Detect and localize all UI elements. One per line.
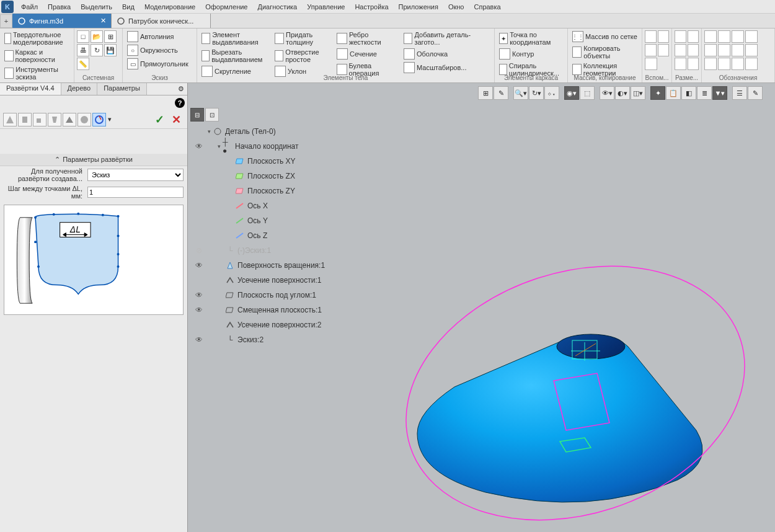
vt-rotate-icon[interactable]: ↻▾ [529,86,544,100]
autoline-button[interactable]: Автолиния [125,30,195,43]
vt-render-icon[interactable]: ◧ [681,86,696,100]
visibility-icon[interactable]: 👁 [193,335,205,344]
vt-shade-icon[interactable]: ◉▾ [564,86,579,100]
sym7-icon[interactable] [732,44,744,56]
tree-sketch2[interactable]: 👁 └ Эскиз:2 [193,332,364,347]
new-doc-icon[interactable]: □ [77,30,89,43]
vt-props-icon[interactable]: ☰ [732,86,747,100]
dim2-icon[interactable] [688,30,699,43]
menu-window[interactable]: Окно [443,1,469,12]
panel-tab-tree[interactable]: Дерево [61,83,98,95]
rectangle-button[interactable]: ▭Прямоугольник [125,57,195,71]
menu-manage[interactable]: Управление [302,1,350,12]
tree-plane-xy[interactable]: Плоскость XY [193,154,364,169]
tree-plane-zx[interactable]: Плоскость ZX [193,169,364,184]
dim1-icon[interactable] [675,30,686,43]
custom-icon[interactable] [92,113,106,126]
redo-icon[interactable]: ↻ [91,44,103,56]
panel-tab-params[interactable]: Параметры [97,83,147,95]
vt-zoom-icon[interactable]: 🔍▾ [513,86,528,100]
aux5-icon[interactable] [645,58,657,70]
gear-icon[interactable]: ⚙ [175,83,187,95]
vt-section-icon[interactable]: ◐▾ [615,86,630,100]
sym6-icon[interactable] [718,44,730,56]
tree-trim1[interactable]: Усечение поверхности:1 [193,273,364,288]
contour-button[interactable]: Контур [497,47,565,61]
aux3-icon[interactable] [645,44,657,56]
tree-plane-offset[interactable]: 👁 Смещенная плоскость:1 [193,303,364,317]
cut-extrude-button[interactable]: Вырезать выдавливанием [199,47,272,64]
cylinder-icon[interactable] [18,113,32,126]
sym4-icon[interactable] [745,30,758,43]
tree-axis-x[interactable]: Ось X [193,198,364,213]
dim4-icon[interactable] [688,44,699,56]
doc-tab-inactive[interactable]: Патрубок коническ... [112,14,211,28]
vt-layers-icon[interactable]: ≣ [697,86,712,100]
tree-plane-zy[interactable]: Плоскость ZY [193,184,364,198]
help-icon[interactable]: ? [175,98,185,108]
thicken-button[interactable]: Придать толщину [272,30,334,47]
sphere-icon[interactable] [78,113,91,126]
add-tab-button[interactable]: + [0,14,12,28]
aux2-icon[interactable] [658,30,670,43]
vt-orient-icon[interactable]: ⬦▾ [544,86,559,100]
tree-origin[interactable]: 👁 ▾ ┼ ● Начало координат [193,139,364,154]
apply-button[interactable]: ✓ [151,113,168,126]
vt-filter-icon[interactable]: ▼▾ [712,86,727,100]
tree-axis-z[interactable]: Ось Z [193,228,364,243]
menu-select[interactable]: Выделить [76,1,117,12]
doc-tab-active[interactable]: Фигня.m3d ✕ [12,14,112,28]
extrude-button[interactable]: Элемент выдавливания [199,30,272,47]
hole-button[interactable]: Отверстие простое [272,47,334,64]
menu-diag[interactable]: Диагностика [252,1,302,12]
viewport-3d[interactable]: ⊞ ✎ 🔍▾ ↻▾ ⬦▾ ◉▾ ⬚ 👁▾ ◐▾ ◫▾ ✦ 📋 ◧ ≣ ▼▾ ☰ … [188,83,775,532]
save-icon[interactable]: 💾 [104,44,117,56]
menu-help[interactable]: Справка [469,1,505,12]
hood-icon[interactable] [63,113,76,126]
vt-snap-icon[interactable]: ✦ [650,86,665,100]
tree-mode2-icon[interactable]: ⊡ [205,108,219,122]
param-step-input[interactable] [87,187,184,198]
sym12-icon[interactable] [745,58,758,70]
sym2-icon[interactable] [718,30,730,43]
solid-modeling-button[interactable]: Твердотельное моделирование [2,30,72,47]
copy-button[interactable]: Копировать объекты [570,43,640,61]
cone-icon[interactable] [3,113,17,126]
sym9-icon[interactable] [704,58,717,70]
point-button[interactable]: ✦Точка по координатам [497,30,565,47]
menu-modeling[interactable]: Моделирование [140,1,200,12]
menu-file[interactable]: Файл [16,1,43,12]
visibility-icon[interactable]: 👁 [193,306,205,314]
menu-settings[interactable]: Настройка [350,1,393,12]
rib-button[interactable]: Ребро жесткости [334,30,401,47]
sym11-icon[interactable] [732,58,744,70]
tree-sketch1[interactable]: ⊘ └ (-)Эскиз:1 [193,243,364,258]
elbow-icon[interactable] [33,113,46,126]
array-button[interactable]: ⋮⋮Массив по сетке [570,30,640,43]
aux1-icon[interactable] [645,30,657,43]
tree-axis-y[interactable]: Ось Y [193,213,364,228]
vt-hide-icon[interactable]: 👁▾ [600,86,614,100]
menu-view[interactable]: Вид [117,1,140,12]
sketch-tools-button[interactable]: Инструменты эскиза [2,64,72,82]
circle-button[interactable]: ○Окружность [125,43,195,57]
tree-root[interactable]: ▾ Деталь (Тел-0) [193,124,364,139]
dim5-icon[interactable] [675,58,686,70]
visibility-icon[interactable]: 👁 [193,142,205,151]
panel-tab-unfold[interactable]: Развёртки V4.4 [0,83,61,95]
tree-plane-angle[interactable]: 👁 Плоскость под углом:1 [193,288,364,303]
menu-design[interactable]: Оформление [200,1,252,12]
dim6-icon[interactable] [688,58,699,70]
aux4-icon[interactable] [658,44,670,56]
visibility-hidden-icon[interactable]: ⊘ [193,246,205,255]
vt-sketch-icon[interactable]: ✎ [494,86,508,100]
tree-mode1-icon[interactable]: ⊟ [190,108,204,122]
sym5-icon[interactable] [704,44,717,56]
shell-button[interactable]: Оболочка [401,47,480,61]
sym1-icon[interactable] [704,30,717,43]
sym10-icon[interactable] [718,58,730,70]
transition-icon[interactable] [48,113,61,126]
open-icon[interactable]: 📂 [91,30,103,43]
menu-edit[interactable]: Правка [43,1,76,12]
scale-button[interactable]: Масштабиров... [401,61,480,74]
